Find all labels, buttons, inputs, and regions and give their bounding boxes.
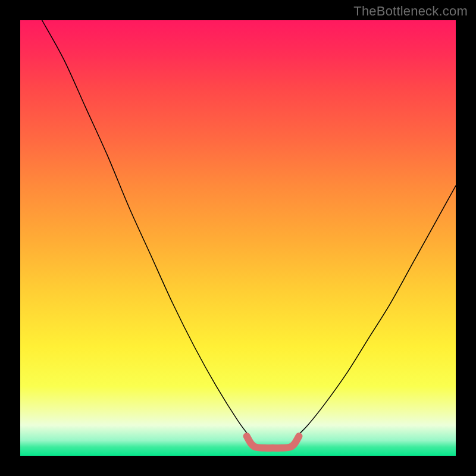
- chart-svg: [20, 20, 456, 456]
- watermark-text: TheBottleneck.com: [353, 4, 468, 19]
- plot-area: [20, 20, 456, 456]
- series-bottom-marker: [247, 436, 299, 448]
- series-right-curve: [295, 186, 456, 439]
- chart-frame: TheBottleneck.com: [0, 0, 476, 476]
- series-left-curve: [42, 20, 251, 439]
